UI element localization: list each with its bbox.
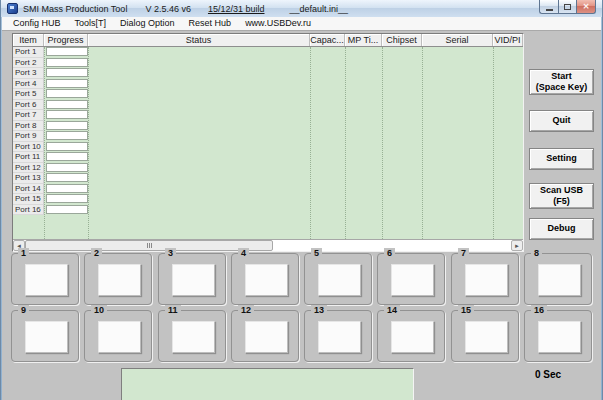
scroll-right-icon: ► [514, 243, 520, 249]
progress-bar [46, 121, 88, 130]
col-mp-time[interactable]: MP Ti... [345, 34, 382, 46]
menu-config-hub[interactable]: Config HUB [6, 17, 68, 30]
app-icon [7, 3, 18, 14]
table-row[interactable]: Port 15 [13, 194, 523, 205]
table-row[interactable]: Port 7 [13, 110, 523, 121]
progress-bar [46, 152, 88, 161]
table-row[interactable]: Port 2 [13, 58, 523, 69]
progress-bar [46, 47, 88, 56]
progress-bar [46, 58, 88, 67]
port-slot-5: 5 [304, 253, 372, 305]
table-row[interactable]: Port 9 [13, 131, 523, 142]
window-ini-file: __default.ini__ [290, 4, 349, 14]
port-slot-9: 9 [11, 310, 79, 362]
maximize-button[interactable] [558, 0, 577, 14]
port-slot-15: 15 [451, 310, 519, 362]
table-body: Port 1 Port 2 Port 3 Port 4 Port 5 Port … [13, 47, 523, 239]
progress-bar [46, 184, 88, 193]
col-chipset[interactable]: Chipset [382, 34, 422, 46]
message-panel [121, 368, 414, 400]
window-build: 15/12/31 build [208, 4, 265, 14]
close-icon: ✕ [583, 3, 590, 11]
drive-image-panel [391, 321, 434, 353]
table-row[interactable]: Port 12 [13, 163, 523, 174]
title-bar: SMI Mass Production Tool V 2.5.46 v6 15/… [1, 0, 602, 17]
scan-usb-button[interactable]: Scan USB (F5) [529, 183, 594, 209]
scrollbar-thumb[interactable] [25, 240, 273, 251]
drive-image-panel [245, 264, 288, 296]
col-vid-pid[interactable]: VID/PI [493, 34, 523, 46]
quit-button[interactable]: Quit [529, 110, 594, 132]
table-row[interactable]: Port 3 [13, 68, 523, 79]
drive-image-panel [391, 264, 434, 296]
setting-button[interactable]: Setting [529, 148, 594, 170]
drive-image-panel [98, 321, 141, 353]
drive-image-panel [538, 264, 581, 296]
drive-image-panel [25, 264, 68, 296]
port-slot-7: 7 [451, 253, 519, 305]
minimize-button[interactable] [539, 0, 558, 14]
drive-image-panel [172, 321, 215, 353]
port-slot-4: 4 [231, 253, 299, 305]
progress-bar [46, 142, 88, 151]
app-window: SMI Mass Production Tool V 2.5.46 v6 15/… [0, 0, 603, 400]
table-row[interactable]: Port 8 [13, 121, 523, 132]
progress-bar [46, 131, 88, 140]
table-row[interactable]: Port 1 [13, 47, 523, 58]
progress-bar [46, 194, 88, 203]
progress-bar [46, 79, 88, 88]
table-row[interactable]: Port 13 [13, 173, 523, 184]
menu-dialog-option[interactable]: Dialog Option [113, 17, 182, 30]
table-header: Item Progress Status Capac... MP Ti... C… [13, 34, 523, 47]
close-button[interactable]: ✕ [577, 0, 596, 14]
col-capacity[interactable]: Capac... [310, 34, 345, 46]
port-slot-1: 1 [11, 253, 79, 305]
col-serial[interactable]: Serial [422, 34, 493, 46]
port-slot-3: 3 [158, 253, 226, 305]
port-slot-10: 10 [84, 310, 152, 362]
drive-image-panel [25, 321, 68, 353]
elapsed-time: 0 Sec [535, 369, 561, 380]
port-slot-13: 13 [304, 310, 372, 362]
progress-bar [46, 173, 88, 182]
window-controls: ✕ [539, 0, 596, 14]
table-row[interactable]: Port 11 [13, 152, 523, 163]
table-row[interactable]: Port 5 [13, 89, 523, 100]
scroll-right-button[interactable]: ► [511, 240, 523, 251]
progress-bar [46, 89, 88, 98]
debug-button[interactable]: Debug [529, 218, 594, 240]
table-row[interactable]: Port 16 [13, 205, 523, 216]
start-button[interactable]: Start (Space Key) [529, 69, 594, 95]
window-version: V 2.5.46 v6 [145, 4, 191, 14]
menu-tools[interactable]: Tools[T] [68, 17, 114, 30]
table-row[interactable]: Port 14 [13, 184, 523, 195]
drive-image-panel [318, 321, 361, 353]
table-row[interactable]: Port 10 [13, 142, 523, 153]
progress-bar [46, 205, 88, 214]
drive-image-panel [245, 321, 288, 353]
drive-image-panel [318, 264, 361, 296]
horizontal-scrollbar[interactable]: ◄ ► [13, 239, 523, 251]
progress-bar [46, 163, 88, 172]
progress-bar [46, 100, 88, 109]
port-slot-11: 11 [158, 310, 226, 362]
window-title: SMI Mass Production Tool [23, 4, 127, 14]
table-row[interactable]: Port 4 [13, 79, 523, 90]
col-progress[interactable]: Progress [44, 34, 88, 46]
menu-reset-hub[interactable]: Reset Hub [182, 17, 239, 30]
menu-bar: Config HUB Tools[T] Dialog Option Reset … [2, 17, 601, 31]
minimize-icon [546, 9, 553, 11]
scrollbar-grip-icon [149, 243, 150, 248]
table-row[interactable]: Port 6 [13, 100, 523, 111]
menu-usbdev-link[interactable]: www.USBDev.ru [238, 17, 318, 30]
progress-bar [46, 68, 88, 77]
drive-image-panel [538, 321, 581, 353]
port-table: Item Progress Status Capac... MP Ti... C… [12, 33, 524, 252]
client-area: Config HUB Tools[T] Dialog Option Reset … [2, 17, 601, 400]
col-status[interactable]: Status [88, 34, 310, 46]
port-slot-8: 8 [524, 253, 592, 305]
col-item[interactable]: Item [13, 34, 44, 46]
port-rows: Port 1 Port 2 Port 3 Port 4 Port 5 Port … [13, 47, 523, 215]
drive-image-panel [465, 321, 508, 353]
maximize-icon [564, 4, 571, 10]
